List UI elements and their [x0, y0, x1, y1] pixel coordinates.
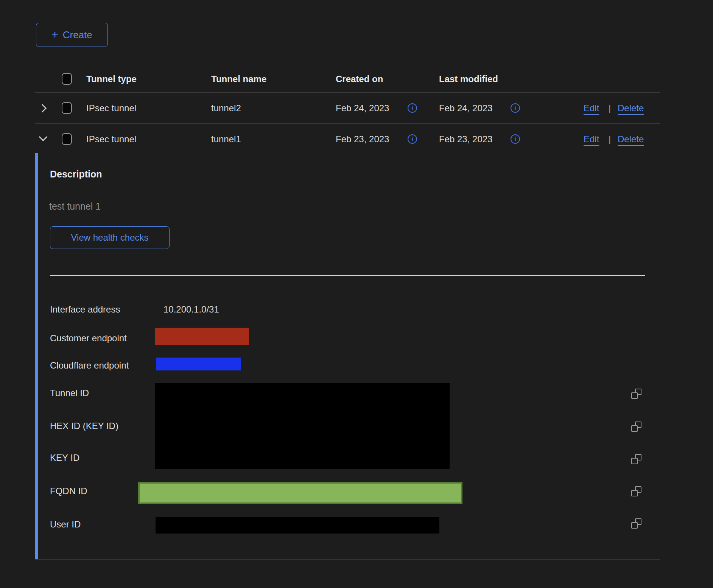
fqdn-id-redaction: [138, 482, 462, 504]
key-id-label: KEY ID: [50, 452, 79, 464]
copy-key-id-icon[interactable]: [631, 454, 641, 464]
customer-endpoint-redaction: [155, 328, 249, 345]
delete-link[interactable]: Delete: [618, 134, 644, 145]
tunnel-type-cell: IPsec tunnel: [86, 103, 136, 114]
chevron-down-icon[interactable]: [39, 133, 48, 142]
info-glyph: i: [514, 105, 516, 112]
tunnels-page: + Create Tunnel type Tunnel name Created…: [0, 0, 713, 588]
info-icon[interactable]: i: [511, 103, 520, 113]
tunnel-name-cell: tunnel1: [211, 134, 241, 145]
copy-icon-front: [631, 458, 638, 464]
column-header-tunnel-name: Tunnel name: [211, 73, 266, 85]
user-id-redaction: [156, 517, 439, 534]
interface-address-value: 10.200.1.0/31: [163, 304, 219, 315]
cloudflare-endpoint-label: Cloudflare endpoint: [50, 360, 129, 371]
info-icon[interactable]: i: [511, 134, 520, 144]
copy-user-id-icon[interactable]: [631, 518, 641, 529]
description-label: Description: [50, 169, 102, 180]
copy-icon-front: [631, 425, 638, 432]
created-on-cell: Feb 24, 2023: [336, 103, 389, 114]
panel-bottom-divider: [35, 559, 660, 560]
ids-redaction: [155, 383, 450, 469]
copy-icon-front: [631, 522, 638, 529]
column-header-tunnel-type: Tunnel type: [86, 73, 137, 85]
info-icon[interactable]: i: [408, 134, 417, 144]
created-on-cell: Feb 23, 2023: [336, 134, 389, 145]
last-modified-cell: Feb 23, 2023: [439, 134, 492, 145]
expanded-row-accent-bar: [35, 153, 38, 559]
description-value: test tunnel 1: [49, 201, 101, 212]
create-button-label: Create: [63, 29, 92, 41]
copy-icon-front: [631, 490, 638, 496]
column-header-created-on: Created on: [336, 73, 383, 85]
interface-address-label: Interface address: [50, 304, 120, 315]
edit-link[interactable]: Edit: [584, 134, 599, 145]
link-separator: |: [609, 103, 611, 114]
info-glyph: i: [411, 105, 413, 112]
copy-icon-front: [631, 392, 638, 399]
link-separator: |: [609, 134, 611, 145]
chevron-right-icon[interactable]: [38, 104, 47, 113]
info-glyph: i: [514, 136, 516, 143]
column-header-last-modified: Last modified: [439, 73, 498, 85]
tunnel-id-label: Tunnel ID: [50, 387, 89, 399]
row-divider: [35, 123, 660, 124]
create-button[interactable]: + Create: [36, 23, 108, 47]
info-icon[interactable]: i: [408, 103, 417, 113]
last-modified-cell: Feb 24, 2023: [439, 103, 492, 114]
tunnel-type-cell: IPsec tunnel: [86, 134, 136, 145]
user-id-label: User ID: [50, 519, 81, 530]
fqdn-id-label: FQDN ID: [50, 485, 87, 497]
select-all-checkbox[interactable]: [62, 73, 72, 85]
copy-fqdn-id-icon[interactable]: [631, 486, 641, 496]
tunnel-name-cell: tunnel2: [211, 103, 241, 114]
hex-id-label: HEX ID (KEY ID): [50, 420, 118, 432]
plus-icon: +: [51, 29, 58, 40]
row-checkbox[interactable]: [62, 133, 72, 145]
section-divider: [50, 275, 645, 276]
row-checkbox[interactable]: [62, 102, 72, 114]
delete-link[interactable]: Delete: [618, 103, 644, 114]
cloudflare-endpoint-redaction: [156, 358, 241, 370]
view-health-checks-button[interactable]: View health checks: [50, 226, 170, 249]
copy-tunnel-id-icon[interactable]: [631, 389, 641, 399]
header-divider: [35, 92, 660, 93]
info-glyph: i: [411, 136, 413, 143]
copy-hex-id-icon[interactable]: [631, 422, 641, 432]
customer-endpoint-label: Customer endpoint: [50, 333, 127, 344]
edit-link[interactable]: Edit: [584, 103, 599, 114]
